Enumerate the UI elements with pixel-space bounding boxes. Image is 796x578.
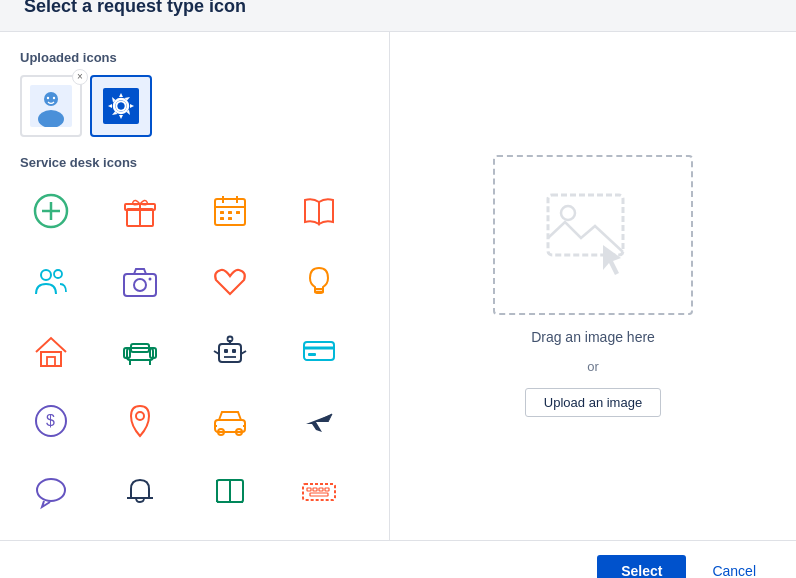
icon-location[interactable] — [109, 390, 171, 452]
icon-gift[interactable] — [109, 180, 171, 242]
svg-point-24 — [41, 270, 51, 280]
icon-bulb[interactable] — [288, 250, 350, 312]
svg-rect-69 — [548, 195, 623, 255]
service-icons-grid: $ — [20, 180, 369, 522]
icon-plane[interactable] — [288, 390, 350, 452]
select-button[interactable]: Select — [597, 555, 686, 579]
svg-rect-64 — [307, 488, 311, 491]
svg-rect-32 — [47, 357, 55, 366]
cancel-button[interactable]: Cancel — [696, 555, 772, 579]
svg-rect-22 — [220, 217, 224, 220]
svg-point-3 — [47, 96, 49, 98]
icon-sofa[interactable] — [109, 320, 171, 382]
svg-rect-65 — [313, 488, 317, 491]
icon-keyboard[interactable] — [288, 460, 350, 522]
icon-taxi[interactable] — [199, 390, 261, 452]
icon-card[interactable] — [288, 320, 350, 382]
drop-zone[interactable] — [493, 155, 693, 315]
gear-icon-image — [103, 88, 139, 124]
svg-rect-40 — [224, 349, 228, 353]
svg-point-27 — [134, 279, 146, 291]
avatar-image-1 — [30, 85, 72, 127]
svg-point-25 — [54, 270, 62, 278]
svg-point-28 — [149, 277, 152, 280]
svg-point-4 — [53, 96, 55, 98]
icon-select-dialog: Select a request type icon Uploaded icon… — [0, 0, 796, 578]
svg-rect-47 — [304, 342, 334, 360]
svg-rect-67 — [325, 488, 329, 491]
icon-camera[interactable] — [109, 250, 171, 312]
svg-point-44 — [227, 336, 232, 341]
svg-rect-23 — [228, 217, 232, 220]
icon-calendar[interactable] — [199, 180, 261, 242]
svg-rect-63 — [303, 484, 335, 500]
uploaded-icon-1[interactable]: × — [20, 75, 82, 137]
dialog-header: Select a request type icon — [0, 0, 796, 32]
uploaded-section-label: Uploaded icons — [20, 50, 369, 65]
svg-rect-66 — [319, 488, 323, 491]
left-panel: Uploaded icons × — [0, 32, 390, 540]
icon-chat[interactable] — [20, 460, 82, 522]
svg-rect-31 — [41, 352, 61, 366]
svg-rect-41 — [232, 349, 236, 353]
svg-rect-68 — [310, 493, 328, 496]
dialog-title: Select a request type icon — [24, 0, 772, 17]
svg-rect-20 — [228, 211, 232, 214]
svg-rect-21 — [236, 211, 240, 214]
or-text: or — [587, 359, 599, 374]
dialog-body: Uploaded icons × — [0, 32, 796, 540]
icon-heart[interactable] — [199, 250, 261, 312]
drop-zone-image-icon — [543, 185, 643, 285]
icon-dollar[interactable]: $ — [20, 390, 82, 452]
svg-point-8 — [118, 102, 125, 109]
icon-window[interactable] — [199, 460, 261, 522]
icon-people[interactable] — [20, 250, 82, 312]
icon-plus-circle[interactable] — [20, 180, 82, 242]
drag-text: Drag an image here — [531, 329, 655, 345]
right-panel: Drag an image here or Upload an image — [390, 32, 796, 540]
svg-point-52 — [136, 412, 144, 420]
svg-text:$: $ — [46, 412, 55, 429]
svg-rect-49 — [308, 353, 316, 356]
icon-notification[interactable] — [109, 460, 171, 522]
dialog-footer: Select Cancel — [0, 540, 796, 579]
icon-book[interactable] — [288, 180, 350, 242]
service-section-label: Service desk icons — [20, 155, 369, 170]
icon-robot[interactable] — [199, 320, 261, 382]
upload-image-button[interactable]: Upload an image — [525, 388, 661, 417]
icon-home[interactable] — [20, 320, 82, 382]
uploaded-icons-list: × — [20, 75, 369, 137]
svg-rect-19 — [220, 211, 224, 214]
close-icon-1[interactable]: × — [72, 69, 88, 85]
svg-point-58 — [37, 479, 65, 501]
svg-rect-26 — [124, 274, 156, 296]
svg-rect-39 — [219, 344, 241, 362]
uploaded-icon-2[interactable] — [90, 75, 152, 137]
svg-point-70 — [561, 206, 575, 220]
